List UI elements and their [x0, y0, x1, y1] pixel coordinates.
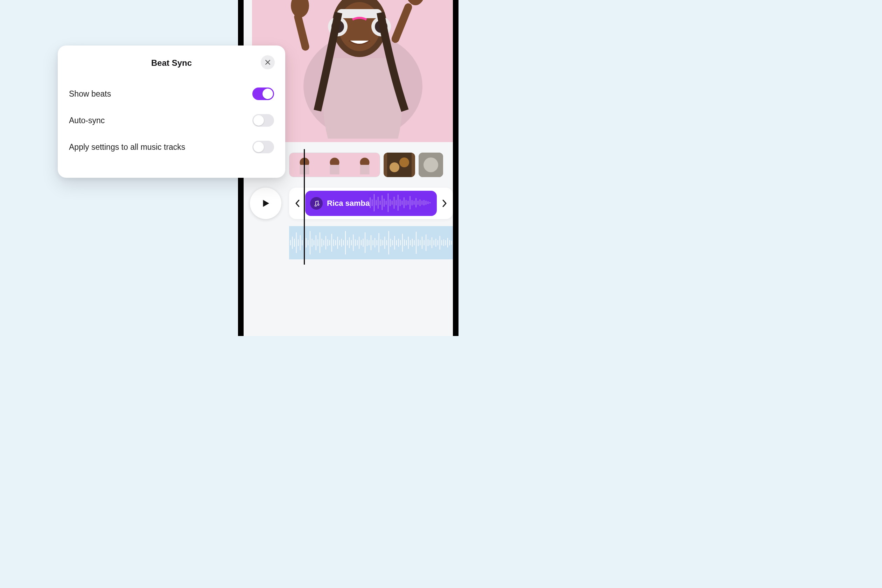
svg-rect-18 — [330, 165, 339, 174]
audio-clip-row: Rica samba — [289, 188, 453, 219]
waveform-icon — [289, 226, 453, 260]
popover-header: Beat Sync — [68, 55, 275, 71]
svg-point-23 — [390, 162, 399, 172]
setting-label: Apply settings to all music tracks — [69, 142, 185, 152]
svg-point-24 — [399, 158, 409, 167]
music-note-icon — [310, 197, 323, 210]
audio-track-name: Rica samba — [327, 199, 370, 208]
svg-rect-21 — [360, 165, 369, 174]
audio-clip[interactable]: Rica samba — [305, 191, 437, 216]
svg-point-26 — [423, 158, 438, 172]
setting-label: Auto-sync — [69, 116, 105, 125]
setting-auto-sync: Auto-sync — [68, 107, 275, 134]
setting-show-beats: Show beats — [68, 81, 275, 107]
setting-apply-all: Apply settings to all music tracks — [68, 134, 275, 160]
timeline-clip[interactable] — [289, 153, 380, 177]
timeline-thumbnails[interactable] — [289, 153, 453, 177]
waveform-track[interactable] — [289, 226, 453, 260]
toggle-show-beats[interactable] — [252, 87, 274, 100]
waveform-icon — [367, 191, 433, 214]
playhead[interactable] — [304, 149, 305, 265]
bottom-toolbar: Replace Delete Split Audio — [244, 327, 453, 336]
play-icon — [260, 198, 271, 208]
beat-sync-popover: Beat Sync Show beats Auto-sync Apply set… — [58, 45, 285, 178]
chevron-right-icon[interactable] — [440, 196, 449, 210]
toggle-auto-sync[interactable] — [252, 114, 274, 127]
timeline-clip[interactable] — [384, 153, 415, 177]
toggle-apply-all[interactable] — [252, 141, 274, 153]
timeline-clip[interactable] — [418, 153, 443, 177]
chevron-left-icon[interactable] — [292, 196, 302, 210]
close-icon — [264, 59, 271, 66]
popover-title: Beat Sync — [151, 58, 192, 68]
setting-label: Show beats — [69, 89, 111, 99]
close-button[interactable] — [261, 55, 275, 69]
play-button[interactable] — [250, 188, 281, 219]
